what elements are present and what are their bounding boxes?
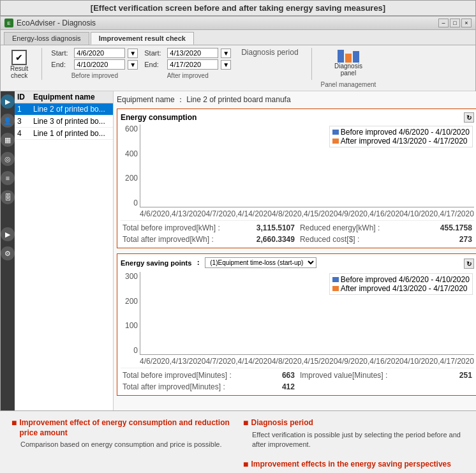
legend-color-blue (332, 130, 339, 135)
item-id: 3 (17, 117, 33, 126)
divider2 (311, 48, 312, 80)
stat-value: 3,115.5107 (257, 223, 295, 232)
after-end-label: End: (144, 61, 165, 68)
list-item[interactable]: 1 Line 2 of printed bo... (15, 103, 113, 116)
before-improved-label: Before improved (51, 72, 138, 79)
annotation-diagnosis-title: ■ Diagnosis period (243, 418, 465, 428)
saving-points-colon: ： (195, 258, 202, 267)
minimize-button[interactable]: – (438, 19, 449, 27)
result-check-button[interactable]: ✔ Resultcheck (6, 48, 33, 81)
legend-item-after: After improved 4/13/2020 - 4/17/2020 (332, 284, 470, 293)
content-area: ID Equipment name 1 Line 2 of printed bo… (15, 91, 476, 410)
list-header: ID Equipment name (15, 91, 113, 103)
after-improved-label: After improved (144, 72, 231, 79)
name-header: Equipment name (33, 93, 110, 101)
energy-chart-legend: Before improved 4/6/2020 - 4/10/2020 Aft… (329, 126, 473, 147)
energy-chart-area: 600 400 200 0 (121, 124, 474, 207)
divider1 (41, 48, 42, 80)
energy-refresh-button[interactable]: ↻ (464, 112, 474, 123)
stat-label: Improved value[Minutes] : (300, 371, 387, 380)
energy-stats: Total before improved[kWh] : 3,115.5107 … (121, 220, 474, 244)
stat-label: Reduced energy[kWh] : (300, 223, 380, 232)
stat-label: Reduced cost[$] : (300, 235, 359, 244)
bullet-icon: ■ (11, 418, 17, 427)
annotation-saving-title: ■ Improvement effects in the energy savi… (243, 460, 465, 470)
diagnosis-period-label: Diagnosis period (241, 48, 298, 57)
before-end-dropdown[interactable]: ▼ (128, 60, 138, 70)
stat-value: 455.1758 (440, 223, 472, 232)
diagnosis-panel-label: Diagnosispanel (334, 63, 362, 77)
energy-y-axis: 600 400 200 0 (121, 124, 140, 207)
result-check-group: ✔ Resultcheck (6, 48, 33, 81)
saving-chart-legend: Before improved 4/6/2020 - 4/10/2020 Aft… (329, 273, 473, 295)
item-name: Line 1 of printed bo... (33, 129, 110, 138)
tabs-bar: Energy-loss diagnosis Improvement result… (1, 30, 475, 45)
stat-value: 251 (459, 371, 472, 380)
saving-bars-area: Before improved 4/6/2020 - 4/10/2020 Aft… (140, 272, 474, 355)
x-label: 4/6/2020,4/13/2020 (140, 209, 205, 218)
sidebar-icon-user[interactable]: 👤 (1, 114, 15, 128)
tab-improvement-result[interactable]: Improvement result check (91, 32, 194, 45)
annotation-diagnosis: ■ Diagnosis period Effect verification i… (241, 416, 466, 451)
after-start-row: Start: ▼ (144, 48, 231, 58)
after-end-dropdown[interactable]: ▼ (221, 60, 231, 70)
list-item[interactable]: 3 Line 3 of printed bo... (15, 116, 113, 128)
annotation-title-text: Improvement effects in the energy saving… (251, 460, 450, 470)
after-start-dropdown[interactable]: ▼ (221, 49, 231, 58)
annotations-area: ■ Improvement effect of energy consumpti… (0, 411, 476, 473)
annotation-desc: Effect verification is possible just by … (252, 430, 465, 450)
stat-row: Improved value[Minutes] : 251 (298, 370, 474, 380)
energy-chart-header: Energy consumption ↻ (121, 112, 474, 123)
annotation-right-column: ■ Diagnosis period Effect verification i… (241, 416, 466, 473)
list-item[interactable]: 4 Line 1 of printed bo... (15, 128, 113, 140)
after-start-input[interactable] (167, 48, 218, 58)
sidebar-icon-play[interactable]: ▶ (1, 227, 15, 241)
before-end-input[interactable] (74, 59, 125, 70)
before-start-dropdown[interactable]: ▼ (128, 49, 138, 58)
page-title: [Effect verification screen before and a… (0, 0, 476, 16)
stat-row: Reduced cost[$] : 273 (298, 234, 474, 244)
main-layout: ▶ 👤 ▦ ◎ ≡ 🗄 ▶ ⚙ ID Equipment name 1 Line… (1, 91, 475, 410)
close-button[interactable]: × (461, 19, 472, 27)
after-end-input[interactable] (167, 59, 218, 70)
after-start-label: Start: (144, 49, 165, 57)
sidebar-icon-chart[interactable]: ▦ (1, 133, 15, 147)
x-label: 4/8/2020,4/15/2020 (272, 357, 338, 366)
before-start-input[interactable] (74, 48, 125, 58)
after-end-row: End: ▼ (144, 59, 231, 70)
annotation-title-text: Diagnosis period (251, 418, 313, 428)
period-inputs: Start: ▼ End: ▼ Before improved Start: ▼ (51, 48, 231, 79)
diagnosis-panel-button[interactable]: Diagnosispanel (330, 48, 367, 79)
restore-button[interactable]: □ (450, 19, 460, 27)
before-start-row: Start: ▼ (51, 48, 138, 58)
stat-row: Total before improved[Minutes] : 663 (121, 370, 297, 380)
x-label: 4/8/2020,4/15/2020 (272, 209, 338, 218)
saving-refresh-button[interactable]: ↻ (464, 259, 474, 269)
result-check-icon: ✔ (11, 50, 27, 65)
sidebar-icon-gear[interactable]: ⚙ (1, 246, 15, 260)
stat-value: 2,660.3349 (257, 235, 295, 244)
saving-y-axis: 300 200 100 0 (121, 272, 140, 355)
equipment-name-bar: Equipment name ： Line 2 of printed board… (117, 94, 476, 105)
stat-value: 663 (282, 371, 295, 380)
energy-x-labels: 4/6/2020,4/13/2020 4/7/2020,4/14/2020 4/… (140, 209, 474, 218)
tab-energy-loss[interactable]: Energy-loss diagnosis (4, 32, 89, 45)
saving-points-select[interactable]: (1)Equipment time-loss (start-up) (205, 257, 316, 268)
saving-stats: Total before improved[Minutes] : 663 Imp… (121, 368, 474, 392)
app-icon: E (4, 19, 13, 27)
sidebar-icon-arrow[interactable]: ▶ (1, 94, 15, 109)
legend-color-orange (332, 139, 339, 144)
x-label: 4/7/2020,4/14/2020 (205, 357, 271, 366)
sidebar-icon-document[interactable]: ≡ (1, 171, 15, 185)
saving-x-labels: 4/6/2020,4/13/2020 4/7/2020,4/14/2020 4/… (140, 357, 474, 366)
x-label: 4/7/2020,4/14/2020 (205, 209, 271, 218)
x-label: 4/9/2020,4/16/2020 (338, 357, 403, 366)
stat-row: Total after improved[kWh] : 2,660.3349 (121, 234, 297, 244)
window-title: EcoAdviser - Diagnosis (17, 19, 96, 27)
energy-chart-container: Energy consumption ↻ 600 400 200 0 (117, 109, 476, 248)
bullet-icon: ■ (243, 460, 248, 469)
sidebar-icon-database[interactable]: 🗄 (1, 190, 15, 204)
before-period: Start: ▼ End: ▼ Before improved (51, 48, 138, 79)
sidebar-icon-circle[interactable]: ◎ (1, 152, 15, 166)
x-label: 4/10/2020,4/17/2020 (404, 209, 474, 218)
